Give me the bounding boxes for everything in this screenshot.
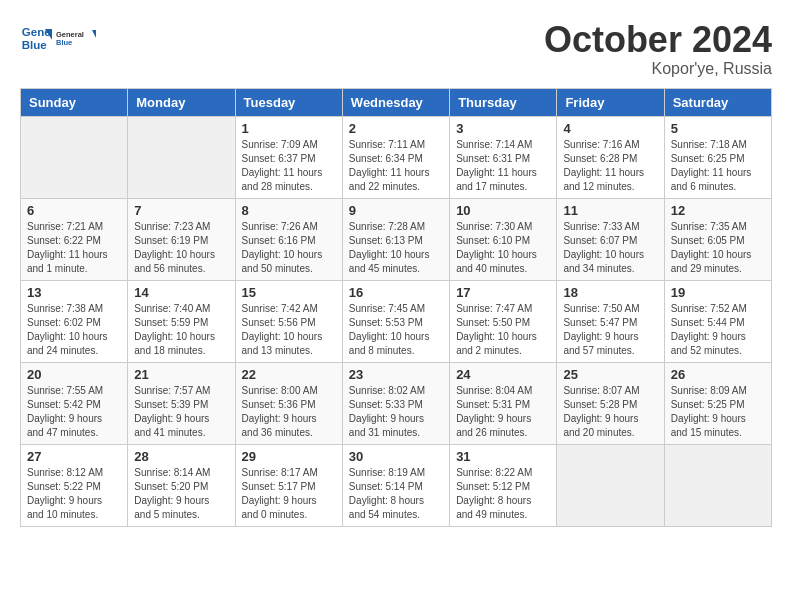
calendar-cell: 4Sunrise: 7:16 AM Sunset: 6:28 PM Daylig… [557,116,664,198]
calendar-cell: 22Sunrise: 8:00 AM Sunset: 5:36 PM Dayli… [235,362,342,444]
month-title: October 2024 [544,20,772,60]
weekday-header-thursday: Thursday [450,88,557,116]
page-header: General Blue General Blue October 2024 K… [20,20,772,78]
calendar-cell: 23Sunrise: 8:02 AM Sunset: 5:33 PM Dayli… [342,362,449,444]
svg-text:Blue: Blue [22,39,48,51]
day-info: Sunrise: 7:40 AM Sunset: 5:59 PM Dayligh… [134,302,228,358]
day-info: Sunrise: 7:45 AM Sunset: 5:53 PM Dayligh… [349,302,443,358]
calendar-cell: 29Sunrise: 8:17 AM Sunset: 5:17 PM Dayli… [235,444,342,526]
calendar-cell: 19Sunrise: 7:52 AM Sunset: 5:44 PM Dayli… [664,280,771,362]
day-number: 21 [134,367,228,382]
day-info: Sunrise: 8:04 AM Sunset: 5:31 PM Dayligh… [456,384,550,440]
day-number: 17 [456,285,550,300]
title-area: October 2024 Kopor'ye, Russia [544,20,772,78]
day-number: 26 [671,367,765,382]
calendar-table: SundayMondayTuesdayWednesdayThursdayFrid… [20,88,772,527]
day-info: Sunrise: 7:38 AM Sunset: 6:02 PM Dayligh… [27,302,121,358]
logo: General Blue General Blue [20,20,96,56]
logo-icon: General Blue [20,22,52,54]
day-number: 1 [242,121,336,136]
day-number: 19 [671,285,765,300]
calendar-cell: 20Sunrise: 7:55 AM Sunset: 5:42 PM Dayli… [21,362,128,444]
calendar-cell: 15Sunrise: 7:42 AM Sunset: 5:56 PM Dayli… [235,280,342,362]
day-number: 16 [349,285,443,300]
day-number: 14 [134,285,228,300]
weekday-header-wednesday: Wednesday [342,88,449,116]
day-info: Sunrise: 7:28 AM Sunset: 6:13 PM Dayligh… [349,220,443,276]
day-info: Sunrise: 7:23 AM Sunset: 6:19 PM Dayligh… [134,220,228,276]
day-info: Sunrise: 7:14 AM Sunset: 6:31 PM Dayligh… [456,138,550,194]
calendar-cell: 10Sunrise: 7:30 AM Sunset: 6:10 PM Dayli… [450,198,557,280]
day-info: Sunrise: 8:17 AM Sunset: 5:17 PM Dayligh… [242,466,336,522]
weekday-header-friday: Friday [557,88,664,116]
day-info: Sunrise: 7:11 AM Sunset: 6:34 PM Dayligh… [349,138,443,194]
day-number: 24 [456,367,550,382]
svg-text:Blue: Blue [56,38,72,47]
day-number: 9 [349,203,443,218]
calendar-cell: 14Sunrise: 7:40 AM Sunset: 5:59 PM Dayli… [128,280,235,362]
calendar-cell: 3Sunrise: 7:14 AM Sunset: 6:31 PM Daylig… [450,116,557,198]
calendar-cell: 6Sunrise: 7:21 AM Sunset: 6:22 PM Daylig… [21,198,128,280]
day-info: Sunrise: 7:30 AM Sunset: 6:10 PM Dayligh… [456,220,550,276]
calendar-cell: 11Sunrise: 7:33 AM Sunset: 6:07 PM Dayli… [557,198,664,280]
day-number: 23 [349,367,443,382]
day-info: Sunrise: 8:07 AM Sunset: 5:28 PM Dayligh… [563,384,657,440]
calendar-cell: 18Sunrise: 7:50 AM Sunset: 5:47 PM Dayli… [557,280,664,362]
day-info: Sunrise: 8:12 AM Sunset: 5:22 PM Dayligh… [27,466,121,522]
day-info: Sunrise: 7:57 AM Sunset: 5:39 PM Dayligh… [134,384,228,440]
weekday-header-saturday: Saturday [664,88,771,116]
calendar-cell: 8Sunrise: 7:26 AM Sunset: 6:16 PM Daylig… [235,198,342,280]
calendar-week-1: 1Sunrise: 7:09 AM Sunset: 6:37 PM Daylig… [21,116,772,198]
calendar-week-4: 20Sunrise: 7:55 AM Sunset: 5:42 PM Dayli… [21,362,772,444]
day-info: Sunrise: 7:16 AM Sunset: 6:28 PM Dayligh… [563,138,657,194]
calendar-cell: 31Sunrise: 8:22 AM Sunset: 5:12 PM Dayli… [450,444,557,526]
svg-marker-5 [92,30,96,38]
day-number: 29 [242,449,336,464]
day-info: Sunrise: 7:52 AM Sunset: 5:44 PM Dayligh… [671,302,765,358]
calendar-cell: 27Sunrise: 8:12 AM Sunset: 5:22 PM Dayli… [21,444,128,526]
calendar-cell: 28Sunrise: 8:14 AM Sunset: 5:20 PM Dayli… [128,444,235,526]
day-number: 6 [27,203,121,218]
calendar-week-5: 27Sunrise: 8:12 AM Sunset: 5:22 PM Dayli… [21,444,772,526]
calendar-cell: 17Sunrise: 7:47 AM Sunset: 5:50 PM Dayli… [450,280,557,362]
logo-svg: General Blue [56,20,96,56]
calendar-week-2: 6Sunrise: 7:21 AM Sunset: 6:22 PM Daylig… [21,198,772,280]
day-number: 28 [134,449,228,464]
calendar-cell: 1Sunrise: 7:09 AM Sunset: 6:37 PM Daylig… [235,116,342,198]
day-info: Sunrise: 8:09 AM Sunset: 5:25 PM Dayligh… [671,384,765,440]
day-info: Sunrise: 7:42 AM Sunset: 5:56 PM Dayligh… [242,302,336,358]
calendar-cell: 24Sunrise: 8:04 AM Sunset: 5:31 PM Dayli… [450,362,557,444]
day-number: 11 [563,203,657,218]
calendar-cell: 5Sunrise: 7:18 AM Sunset: 6:25 PM Daylig… [664,116,771,198]
day-number: 30 [349,449,443,464]
day-number: 10 [456,203,550,218]
day-number: 7 [134,203,228,218]
day-info: Sunrise: 8:19 AM Sunset: 5:14 PM Dayligh… [349,466,443,522]
day-info: Sunrise: 7:21 AM Sunset: 6:22 PM Dayligh… [27,220,121,276]
calendar-cell [21,116,128,198]
day-info: Sunrise: 8:02 AM Sunset: 5:33 PM Dayligh… [349,384,443,440]
day-info: Sunrise: 8:14 AM Sunset: 5:20 PM Dayligh… [134,466,228,522]
calendar-cell: 16Sunrise: 7:45 AM Sunset: 5:53 PM Dayli… [342,280,449,362]
calendar-cell: 7Sunrise: 7:23 AM Sunset: 6:19 PM Daylig… [128,198,235,280]
weekday-header-sunday: Sunday [21,88,128,116]
day-number: 5 [671,121,765,136]
day-number: 3 [456,121,550,136]
calendar-week-3: 13Sunrise: 7:38 AM Sunset: 6:02 PM Dayli… [21,280,772,362]
day-number: 22 [242,367,336,382]
calendar-cell: 26Sunrise: 8:09 AM Sunset: 5:25 PM Dayli… [664,362,771,444]
day-info: Sunrise: 7:33 AM Sunset: 6:07 PM Dayligh… [563,220,657,276]
day-info: Sunrise: 7:47 AM Sunset: 5:50 PM Dayligh… [456,302,550,358]
day-number: 12 [671,203,765,218]
day-info: Sunrise: 7:50 AM Sunset: 5:47 PM Dayligh… [563,302,657,358]
day-info: Sunrise: 7:35 AM Sunset: 6:05 PM Dayligh… [671,220,765,276]
day-number: 8 [242,203,336,218]
weekday-header-monday: Monday [128,88,235,116]
day-info: Sunrise: 7:09 AM Sunset: 6:37 PM Dayligh… [242,138,336,194]
day-number: 18 [563,285,657,300]
day-number: 4 [563,121,657,136]
day-info: Sunrise: 7:18 AM Sunset: 6:25 PM Dayligh… [671,138,765,194]
day-number: 27 [27,449,121,464]
location: Kopor'ye, Russia [544,60,772,78]
calendar-cell: 13Sunrise: 7:38 AM Sunset: 6:02 PM Dayli… [21,280,128,362]
